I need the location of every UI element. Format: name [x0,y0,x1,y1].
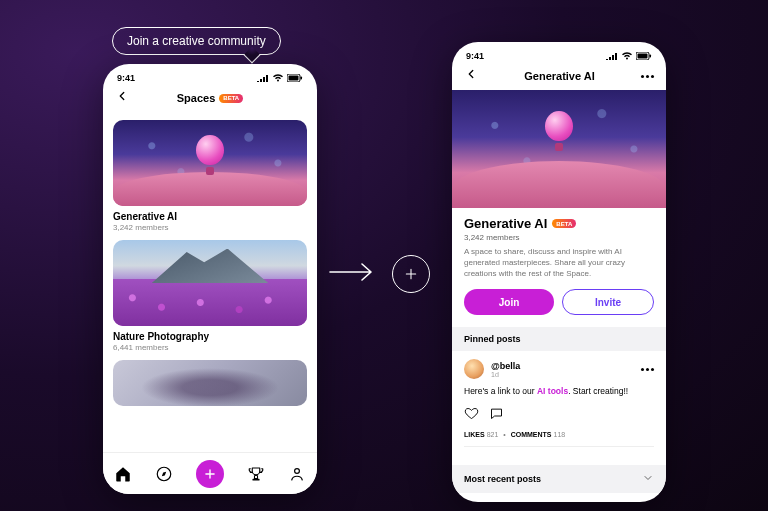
wifi-icon [272,74,284,82]
chevron-left-icon [115,89,129,103]
likes-count: 821 [487,431,499,438]
comment-icon [489,406,504,421]
spaces-list[interactable]: Generative AI 3,242 members Nature Photo… [103,112,317,452]
battery-icon [287,74,303,82]
nav-bar: Generative AI [452,62,666,90]
space-title: Nature Photography [113,331,307,342]
comments-label: COMMENTS [511,431,552,438]
comment-button[interactable] [489,406,504,425]
heart-icon [464,406,479,421]
back-button[interactable] [115,89,129,107]
svg-rect-6 [638,53,648,58]
section-title: Pinned posts [464,334,521,344]
space-title: Generative AI BETA [464,216,654,231]
tab-explore[interactable] [155,465,173,483]
flow-indicator [328,255,430,293]
trophy-icon [247,465,265,483]
tab-trophy[interactable] [247,465,265,483]
like-button[interactable] [464,406,479,425]
more-button[interactable] [641,75,654,78]
space-card[interactable] [113,360,307,406]
phone-spaces-list: 9:41 Spaces BETA Generative AI 3,242 mem… [103,64,317,494]
svg-rect-1 [289,75,299,80]
post-text: Here's a link to our AI tools. Start cre… [464,386,654,398]
page-title: Spaces BETA [177,92,243,104]
person-icon [288,465,306,483]
tab-create[interactable] [196,460,224,488]
space-detail-body: Generative AI BETA 3,242 members A space… [452,208,666,315]
signal-icon [257,74,269,82]
space-title-text: Generative AI [464,216,547,231]
post-text-part: Here's a link to our [464,386,537,396]
status-time: 9:41 [466,51,484,61]
svg-rect-7 [650,54,652,57]
space-description: A space to share, discuss and inspire wi… [464,247,654,279]
chevron-down-icon [642,472,654,486]
page-title-text: Spaces [177,92,216,104]
nav-bar: Spaces BETA [103,84,317,112]
add-circle-icon [392,255,430,293]
phone-space-detail: 9:41 Generative AI Generative AI BETA 3,… [452,42,666,502]
speech-bubble: Join a creative community [112,27,281,55]
beta-badge: BETA [219,94,243,103]
tab-bar [103,452,317,494]
section-title: Most recent posts [464,474,541,484]
space-card[interactable]: Generative AI 3,242 members [113,120,307,232]
post-text-part: . Start creating!! [568,386,628,396]
space-cover-image [113,360,307,406]
signal-icon [606,52,618,60]
space-hero [452,90,666,208]
status-icons [257,74,303,82]
plus-icon [203,467,217,481]
status-icons [606,52,652,60]
arrow-right-icon [328,261,374,287]
post-link[interactable]: AI tools [537,386,568,396]
post-actions [464,406,654,425]
space-cover-image [113,240,307,326]
space-card[interactable]: Nature Photography 6,441 members [113,240,307,352]
space-title: Generative AI [113,211,307,222]
status-bar: 9:41 [452,42,666,62]
post-header: @bella 1d [464,359,654,379]
comments-count: 118 [554,431,566,438]
battery-icon [636,52,652,60]
compass-icon [155,465,173,483]
action-buttons: Join Invite [464,289,654,315]
recent-posts-header[interactable]: Most recent posts [452,465,666,493]
chevron-left-icon [464,67,478,81]
status-bar: 9:41 [103,64,317,84]
pinned-posts-header: Pinned posts [452,327,666,351]
post-username[interactable]: @bella [491,361,520,371]
home-icon [114,465,132,483]
post-stats: LIKES821 • COMMENTS118 [464,431,654,447]
plus-icon [403,266,419,282]
page-title: Generative AI [524,70,595,82]
svg-point-4 [294,468,299,473]
space-members: 3,242 members [113,223,307,232]
space-members: 3,242 members [464,233,654,242]
tab-profile[interactable] [288,465,306,483]
status-time: 9:41 [117,73,135,83]
likes-label: LIKES [464,431,485,438]
post-time: 1d [491,371,520,378]
back-button[interactable] [464,67,478,85]
invite-button[interactable]: Invite [562,289,654,315]
tab-home[interactable] [114,465,132,483]
space-cover-image [113,120,307,206]
wifi-icon [621,52,633,60]
post-more-button[interactable] [641,368,654,371]
beta-badge: BETA [552,219,576,228]
svg-rect-2 [301,76,303,79]
pinned-post[interactable]: @bella 1d Here's a link to our AI tools.… [452,351,666,453]
join-button[interactable]: Join [464,289,554,315]
avatar[interactable] [464,359,484,379]
space-members: 6,441 members [113,343,307,352]
